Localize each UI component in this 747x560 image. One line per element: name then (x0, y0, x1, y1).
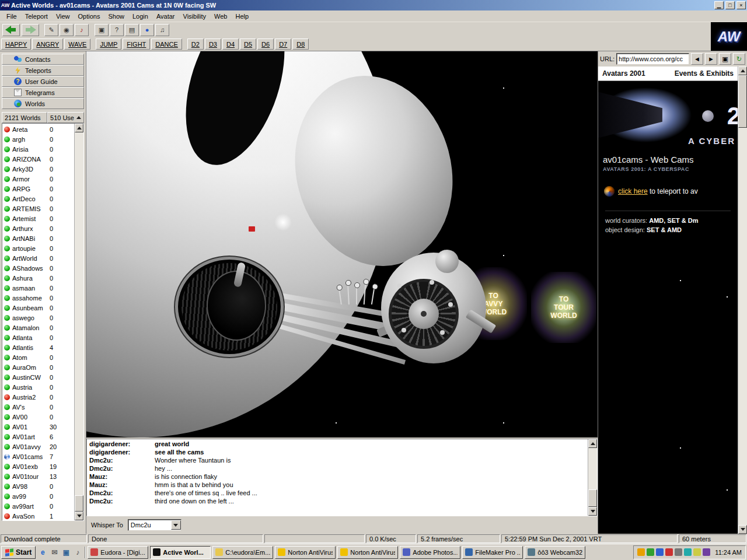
gesture-d6[interactable]: D6 (257, 38, 274, 50)
taskbar-task[interactable]: ôô3 Webcam32 (525, 546, 585, 559)
sidebar-button-contacts[interactable]: Contacts (2, 54, 84, 65)
world-list-item[interactable]: Ashura0 (2, 273, 74, 283)
start-button[interactable]: Start (1, 546, 36, 559)
world-list-item[interactable]: AV01cams7 (2, 452, 74, 461)
menu-web[interactable]: Web (210, 11, 231, 22)
quicklaunch-mail-icon[interactable]: ✉ (49, 547, 60, 558)
world-list-item[interactable]: AV01art6 (2, 432, 74, 442)
web-tab-events-exhibits[interactable]: Events & Exhibits (675, 69, 734, 78)
taskbar-task[interactable]: FileMaker Pro ... (462, 546, 523, 559)
minimize-button[interactable]: ▁ (714, 1, 724, 9)
world-list-item[interactable]: Artemist0 (2, 214, 74, 223)
scroll-down-icon[interactable] (75, 512, 83, 520)
world-list-item[interactable]: AShadows0 (2, 263, 74, 273)
world-list-item[interactable]: artoupie0 (2, 243, 74, 253)
restore-button[interactable]: □ (725, 1, 735, 9)
whisper-icon[interactable]: ✎ (44, 24, 58, 36)
world-list-item[interactable]: Arisia0 (2, 144, 74, 154)
world-list-item[interactable]: assahome0 (2, 293, 74, 303)
world-list-item[interactable]: Arthurx0 (2, 223, 74, 233)
gesture-d7[interactable]: D7 (275, 38, 291, 50)
world-list-item[interactable]: asmaan0 (2, 283, 74, 293)
url-input[interactable] (616, 53, 689, 65)
web-scrollbar-thumb[interactable] (738, 75, 747, 128)
combo-dropdown-icon[interactable] (171, 520, 181, 530)
teleport-link[interactable]: click here (618, 187, 648, 195)
world-list-item[interactable]: AV01tour13 (2, 471, 74, 481)
world-list-item[interactable]: Areta0 (2, 124, 74, 134)
world-list-item[interactable]: Asunbeam0 (2, 303, 74, 313)
world-list-item[interactable]: aswego0 (2, 313, 74, 323)
gesture-jump[interactable]: JUMP (96, 38, 121, 50)
web-icon[interactable]: ● (140, 24, 154, 36)
taskbar-task[interactable]: Norton AntiVirus (337, 546, 398, 559)
world-list-item[interactable]: Atom0 (2, 352, 74, 362)
gesture-dance[interactable]: DANCE (151, 38, 182, 50)
gesture-d8[interactable]: D8 (292, 38, 309, 50)
first-person-icon[interactable]: ◉ (60, 24, 74, 36)
gesture-d2[interactable]: D2 (187, 38, 204, 50)
gesture-fight[interactable]: FIGHT (123, 38, 150, 50)
world-list-scrollbar[interactable] (74, 124, 83, 520)
tray-icon-7[interactable] (693, 548, 701, 556)
tray-icon-4[interactable] (665, 548, 673, 556)
quicklaunch-ie-icon[interactable]: e (37, 547, 48, 558)
gesture-d4[interactable]: D4 (222, 38, 239, 50)
web-print-icon[interactable]: ▣ (719, 53, 731, 65)
sidebar-button-user-guide[interactable]: User Guide (2, 76, 84, 87)
mute-icon[interactable]: ♪ (75, 24, 89, 36)
whisper-target-combo[interactable]: Dmc2u (128, 519, 181, 531)
tray-icon-8[interactable] (703, 548, 710, 556)
gesture-happy[interactable]: HAPPY (1, 38, 31, 50)
world-list-item[interactable]: Arky3D0 (2, 164, 74, 174)
back-button[interactable] (2, 24, 20, 36)
world-list-item[interactable]: ARPG0 (2, 184, 74, 194)
world-list-item[interactable]: ArtDeco0 (2, 194, 74, 204)
world-list-item[interactable]: ArtWorld0 (2, 253, 74, 263)
chat-scrollbar-thumb[interactable] (588, 489, 597, 507)
world-list-item[interactable]: av990 (2, 491, 74, 501)
world-list-item[interactable]: AV's0 (2, 402, 74, 412)
gesture-d3[interactable]: D3 (205, 38, 221, 50)
world-list-item[interactable]: av99art0 (2, 501, 74, 511)
help-icon[interactable]: ? (110, 24, 124, 36)
worlds-count-header[interactable]: 2121 Worlds (2, 112, 47, 123)
world-list-item[interactable]: AustinCW0 (2, 372, 74, 382)
taskbar-task[interactable]: Norton AntiVirus (275, 546, 336, 559)
world-list-item[interactable]: ARTEMIS0 (2, 204, 74, 214)
menu-login[interactable]: Login (128, 11, 152, 22)
chat-scroll-up-icon[interactable] (588, 439, 597, 448)
world-list-item[interactable]: ARIZONA0 (2, 154, 74, 164)
world-list-item[interactable]: argh0 (2, 134, 74, 144)
menu-visibility[interactable]: Visibility (179, 11, 211, 22)
world-list-item[interactable]: ArtNABi0 (2, 233, 74, 243)
quicklaunch-media-icon[interactable]: ♪ (72, 547, 83, 558)
menu-options[interactable]: Options (74, 11, 104, 22)
world-list-item[interactable]: Atamalon0 (2, 323, 74, 332)
gesture-angry[interactable]: ANGRY (32, 38, 63, 50)
web-tab-avatars-2001[interactable]: Avatars 2001 (602, 69, 645, 78)
gesture-d5[interactable]: D5 (240, 38, 256, 50)
tray-icon-6[interactable] (684, 548, 692, 556)
quicklaunch-desktop-icon[interactable]: ▣ (61, 547, 71, 558)
taskbar-task[interactable]: Active Worl... (150, 546, 211, 559)
close-button[interactable]: × (736, 1, 746, 9)
menu-teleport[interactable]: Teleport (21, 11, 52, 22)
world-list-item[interactable]: AV01exb19 (2, 461, 74, 471)
sidebar-button-teleports[interactable]: Teleports (2, 65, 84, 76)
menu-view[interactable]: View (52, 11, 74, 22)
world-list-item[interactable]: Armor0 (2, 174, 74, 184)
world-list-item[interactable]: Atlantis4 (2, 342, 74, 352)
sidebar-button-worlds[interactable]: Worlds (2, 98, 84, 109)
taskbar-task[interactable]: Eudora - [Digi... (88, 546, 148, 559)
world-list-item[interactable]: AV01avvy20 (2, 442, 74, 452)
world-list-item[interactable]: Austria0 (2, 382, 74, 392)
web-back-icon[interactable]: ◄ (691, 53, 703, 65)
world-list-item[interactable]: AV980 (2, 481, 74, 491)
menu-file[interactable]: File (2, 11, 21, 22)
world-list-item[interactable]: Austria20 (2, 392, 74, 402)
world-list-item[interactable]: Atlanta0 (2, 332, 74, 342)
users-count-header[interactable]: 510 Use (47, 112, 84, 123)
web-refresh-icon[interactable]: ↻ (733, 53, 745, 65)
chat-scroll-down-icon[interactable] (588, 507, 597, 516)
